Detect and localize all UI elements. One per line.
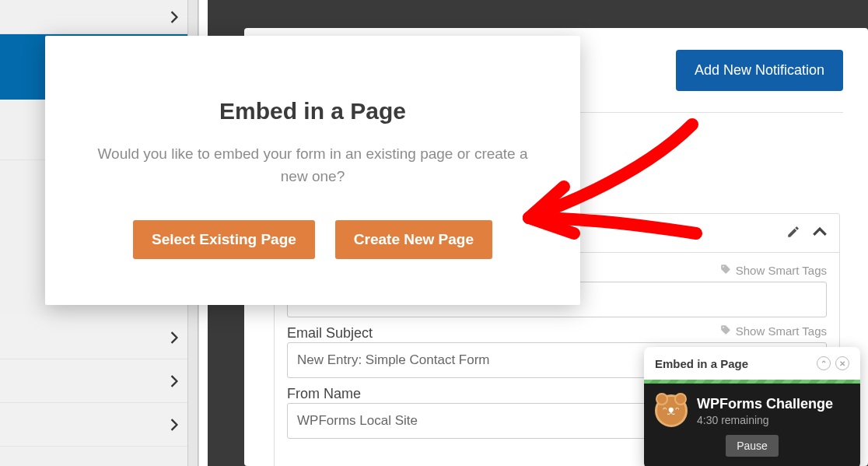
tag-icon	[720, 264, 731, 277]
tag-icon	[720, 324, 731, 338]
select-existing-page-button[interactable]: Select Existing Page	[133, 220, 315, 259]
sidebar-item[interactable]	[0, 403, 198, 447]
smart-tags-label: Show Smart Tags	[736, 324, 827, 338]
chevron-right-icon	[170, 0, 178, 34]
mascot-avatar: ᵔᴥᵔ	[655, 394, 688, 427]
edit-icon[interactable]	[786, 225, 800, 242]
sidebar-item[interactable]	[0, 0, 198, 34]
add-new-notification-button[interactable]: Add New Notification	[676, 50, 843, 91]
smart-tags-label: Show Smart Tags	[736, 264, 827, 277]
sidebar-item[interactable]	[0, 316, 198, 359]
sidebar-item[interactable]	[0, 359, 198, 403]
close-icon[interactable]: ✕	[835, 356, 849, 370]
chevron-right-icon	[170, 359, 178, 403]
minimize-icon[interactable]: ⌃	[817, 356, 831, 370]
embed-modal: Embed in a Page Would you like to embed …	[45, 36, 580, 305]
challenge-time-remaining: 4:30 remaining	[697, 414, 833, 426]
chevron-right-icon	[170, 403, 178, 447]
chevron-right-icon	[170, 316, 178, 359]
challenge-title: WPForms Challenge	[697, 396, 833, 412]
pause-button[interactable]: Pause	[726, 435, 779, 457]
modal-title: Embed in a Page	[82, 98, 543, 124]
challenge-widget: Embed in a Page ⌃ ✕ ᵔᴥᵔ WPForms Challeng…	[644, 347, 860, 466]
chevron-up-icon[interactable]	[813, 226, 827, 240]
challenge-header-title: Embed in a Page	[655, 357, 748, 370]
modal-message: Would you like to embed your form in an …	[82, 143, 543, 187]
challenge-header: Embed in a Page ⌃ ✕	[644, 347, 860, 380]
create-new-page-button[interactable]: Create New Page	[335, 220, 492, 259]
